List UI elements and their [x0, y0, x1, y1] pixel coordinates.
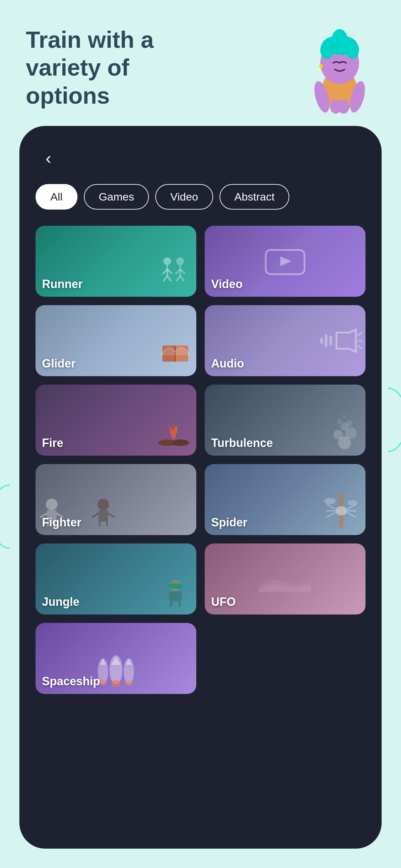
svg-point-50: [97, 499, 109, 510]
card-glider[interactable]: Glider: [35, 305, 196, 376]
filter-tab-abstract[interactable]: Abstract: [220, 184, 289, 210]
svg-line-31: [358, 345, 362, 349]
svg-line-29: [358, 333, 362, 336]
filter-tab-video[interactable]: Video: [155, 184, 213, 210]
svg-point-41: [337, 419, 342, 424]
card-label-jungle: Jungle: [35, 589, 196, 615]
card-label-turbulence: Turbulence: [205, 430, 366, 456]
character-illustration: [298, 20, 382, 116]
card-spaceship[interactable]: Spaceship: [35, 623, 196, 694]
phone-inner: ‹ All Games Video Abstract: [19, 126, 382, 848]
svg-point-4: [320, 41, 333, 59]
card-label-fire: Fire: [35, 430, 196, 456]
card-audio[interactable]: Audio: [205, 305, 366, 376]
svg-point-5: [346, 41, 359, 59]
page-title: Train with a variety of options: [26, 26, 213, 110]
card-label-fighter: Fighter: [35, 510, 196, 535]
card-label-audio: Audio: [205, 351, 366, 376]
svg-point-6: [332, 29, 348, 52]
svg-marker-25: [280, 256, 291, 266]
svg-rect-67: [168, 584, 182, 589]
cards-grid: Runner Video Gli: [35, 226, 366, 694]
card-label-runner: Runner: [35, 272, 196, 297]
card-turbulence[interactable]: Turbulence: [205, 384, 366, 456]
svg-point-42: [346, 420, 352, 427]
svg-rect-34: [329, 336, 332, 345]
card-label-spider: Spider: [205, 510, 366, 535]
svg-point-12: [163, 257, 171, 265]
filter-tabs: All Games Video Abstract: [35, 184, 366, 210]
svg-point-18: [176, 257, 184, 265]
svg-point-44: [46, 499, 58, 510]
svg-rect-33: [325, 334, 328, 347]
card-fire[interactable]: Fire: [35, 384, 196, 456]
back-chevron-icon: ‹: [45, 149, 51, 168]
card-ufo[interactable]: UFO: [205, 544, 366, 615]
card-runner[interactable]: Runner: [35, 226, 196, 297]
filter-tab-all[interactable]: All: [35, 184, 78, 210]
svg-line-58: [327, 504, 335, 509]
card-label-glider: Glider: [35, 351, 196, 376]
svg-point-10: [338, 99, 349, 114]
svg-point-43: [343, 415, 346, 419]
card-label-video: Video: [205, 272, 366, 297]
svg-point-65: [348, 500, 358, 505]
back-button[interactable]: ‹: [35, 145, 61, 171]
card-label-ufo: UFO: [205, 589, 366, 615]
filter-tab-games[interactable]: Games: [84, 184, 149, 210]
svg-rect-32: [320, 337, 323, 344]
svg-point-64: [324, 498, 336, 504]
card-jungle[interactable]: Jungle: [35, 544, 196, 615]
card-video[interactable]: Video: [205, 226, 366, 297]
card-fighter[interactable]: Fighter: [35, 464, 196, 535]
svg-point-11: [319, 64, 323, 68]
phone-frame: ‹ All Games Video Abstract: [19, 126, 382, 848]
card-spider[interactable]: Spider: [205, 464, 366, 535]
card-label-spaceship: Spaceship: [35, 669, 196, 694]
